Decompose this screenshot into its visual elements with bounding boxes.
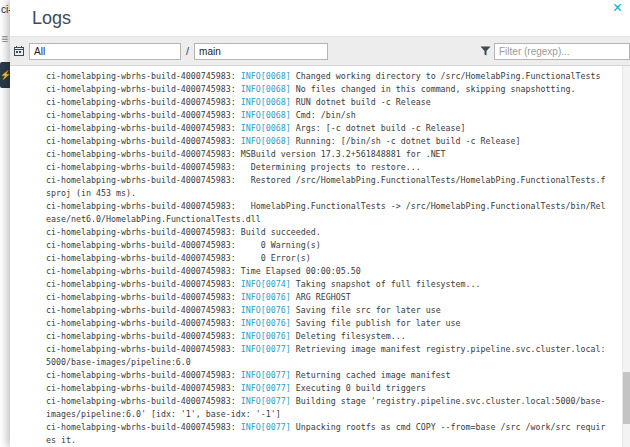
container-select[interactable]: [194, 43, 328, 60]
close-icon[interactable]: ×: [613, 0, 622, 16]
log-prefix: ci-homelabping-wbrhs-build-4000745983:: [46, 383, 241, 393]
log-message: MSBuild version 17.3.2+561848881 for .NE…: [241, 149, 446, 159]
log-level: INFO[0077]: [241, 422, 296, 432]
log-line: ci-homelabping-wbrhs-build-4000745983: I…: [46, 70, 610, 83]
page-title: Logs: [32, 8, 71, 29]
log-lines: ci-homelabping-wbrhs-build-4000745983: I…: [46, 70, 622, 447]
log-level: INFO[0068]: [241, 136, 296, 146]
log-message: No files changed in this command, skippi…: [296, 84, 576, 94]
log-prefix: ci-homelabping-wbrhs-build-4000745983:: [46, 240, 241, 250]
lightning-icon[interactable]: ⚡: [0, 62, 10, 88]
log-line: ci-homelabping-wbrhs-build-4000745983: I…: [46, 83, 610, 96]
filter-funnel-icon: [480, 46, 491, 56]
log-level: INFO[0068]: [241, 97, 296, 107]
log-message: ARG REGHOST: [296, 292, 351, 302]
log-message: 0 Warning(s): [241, 240, 321, 250]
log-line: ci-homelabping-wbrhs-build-4000745983: I…: [46, 317, 610, 330]
log-message: RUN dotnet build -c Release: [296, 97, 431, 107]
log-level: INFO[0076]: [241, 305, 296, 315]
logs-panel: Logs × / ci-homelabping-wbrhs-build-4000…: [10, 0, 630, 447]
log-level: INFO[0077]: [241, 370, 296, 380]
log-line: ci-homelabping-wbrhs-build-4000745983: I…: [46, 122, 610, 135]
log-prefix: ci-homelabping-wbrhs-build-4000745983:: [46, 253, 241, 263]
log-prefix: ci-homelabping-wbrhs-build-4000745983:: [46, 370, 241, 380]
log-level: INFO[0068]: [241, 71, 296, 81]
scrollbar-thumb[interactable]: [623, 372, 630, 424]
log-line: ci-homelabping-wbrhs-build-4000745983: I…: [46, 395, 610, 421]
log-prefix: ci-homelabping-wbrhs-build-4000745983:: [46, 305, 241, 315]
log-line: ci-homelabping-wbrhs-build-4000745983: I…: [46, 382, 610, 395]
log-prefix: ci-homelabping-wbrhs-build-4000745983:: [46, 110, 241, 120]
log-line: ci-homelabping-wbrhs-build-4000745983: I…: [46, 343, 610, 369]
log-line: ci-homelabping-wbrhs-build-4000745983: I…: [46, 135, 610, 148]
log-message: Determining projects to restore...: [241, 162, 421, 172]
log-line: ci-homelabping-wbrhs-build-4000745983: 0…: [46, 239, 610, 252]
log-line: ci-homelabping-wbrhs-build-4000745983: I…: [46, 96, 610, 109]
log-line: ci-homelabping-wbrhs-build-4000745983: I…: [46, 109, 610, 122]
log-level: INFO[0076]: [241, 318, 296, 328]
log-message: Saving file src for later use: [296, 305, 441, 315]
log-line: ci-homelabping-wbrhs-build-4000745983: I…: [46, 291, 610, 304]
calendar-icon: [14, 46, 24, 56]
log-prefix: ci-homelabping-wbrhs-build-4000745983:: [46, 97, 241, 107]
log-line: ci-homelabping-wbrhs-build-4000745983: R…: [46, 174, 610, 200]
log-message: Saving file publish for later use: [296, 318, 461, 328]
log-line: ci-homelabping-wbrhs-build-4000745983: M…: [46, 148, 610, 161]
log-prefix: ci-homelabping-wbrhs-build-4000745983:: [46, 123, 241, 133]
log-level: INFO[0068]: [241, 123, 296, 133]
log-prefix: ci-homelabping-wbrhs-build-4000745983:: [46, 396, 241, 406]
log-prefix: ci-homelabping-wbrhs-build-4000745983:: [46, 201, 241, 211]
log-level: INFO[0076]: [241, 331, 296, 341]
log-level: INFO[0068]: [241, 110, 296, 120]
log-level: INFO[0077]: [241, 383, 296, 393]
scrollbar-track[interactable]: [622, 66, 630, 447]
menu-icon[interactable]: ≡: [1, 32, 8, 46]
log-level: INFO[0068]: [241, 84, 296, 94]
log-message: Running: [/bin/sh -c dotnet build -c Rel…: [296, 136, 521, 146]
log-prefix: ci-homelabping-wbrhs-build-4000745983:: [46, 149, 241, 159]
log-prefix: ci-homelabping-wbrhs-build-4000745983:: [46, 292, 241, 302]
log-level: INFO[0077]: [241, 344, 296, 354]
log-message: Cmd: /bin/sh: [296, 110, 356, 120]
log-prefix: ci-homelabping-wbrhs-build-4000745983:: [46, 344, 241, 354]
log-message: Build succeeded.: [241, 227, 321, 237]
log-line: ci-homelabping-wbrhs-build-4000745983: T…: [46, 265, 610, 278]
log-prefix: ci-homelabping-wbrhs-build-4000745983:: [46, 331, 241, 341]
logs-toolbar: /: [10, 36, 630, 66]
log-message: Args: [-c dotnet build -c Release]: [296, 123, 466, 133]
logs-panel-header: Logs ×: [10, 0, 630, 36]
log-line: ci-homelabping-wbrhs-build-4000745983: B…: [46, 226, 610, 239]
log-message: Time Elapsed 00:00:05.50: [241, 266, 361, 276]
log-message: Executing 0 build triggers: [296, 383, 426, 393]
log-prefix: ci-homelabping-wbrhs-build-4000745983:: [46, 279, 241, 289]
log-line: ci-homelabping-wbrhs-build-4000745983: 0…: [46, 252, 610, 265]
log-level: INFO[0074]: [241, 279, 296, 289]
log-line: ci-homelabping-wbrhs-build-4000745983: I…: [46, 278, 610, 291]
pod-container-separator: /: [186, 45, 189, 57]
log-prefix: ci-homelabping-wbrhs-build-4000745983:: [46, 266, 241, 276]
log-message: Changed working directory to /src/Homela…: [296, 71, 601, 81]
log-message: Taking snapshot of full filesystem...: [296, 279, 481, 289]
pod-select[interactable]: [29, 43, 181, 60]
log-area[interactable]: ci-homelabping-wbrhs-build-4000745983: I…: [10, 66, 622, 447]
log-prefix: ci-homelabping-wbrhs-build-4000745983:: [46, 162, 241, 172]
filter-input[interactable]: [494, 43, 630, 60]
log-prefix: ci-homelabping-wbrhs-build-4000745983:: [46, 136, 241, 146]
log-prefix: ci-homelabping-wbrhs-build-4000745983:: [46, 84, 241, 94]
log-message: Returning cached image manifest: [296, 370, 451, 380]
log-prefix: ci-homelabping-wbrhs-build-4000745983:: [46, 71, 241, 81]
log-level: INFO[0076]: [241, 292, 296, 302]
log-message: Deleting filesystem...: [296, 331, 406, 341]
log-message: 0 Error(s): [241, 253, 311, 263]
log-prefix: ci-homelabping-wbrhs-build-4000745983:: [46, 318, 241, 328]
log-line: ci-homelabping-wbrhs-build-4000745983: D…: [46, 161, 610, 174]
background-page-title: ci-h: [1, 4, 10, 15]
log-line: ci-homelabping-wbrhs-build-4000745983: I…: [46, 330, 610, 343]
background-page-strip: ci-h ≡ ⚡: [0, 0, 10, 447]
log-line: ci-homelabping-wbrhs-build-4000745983: I…: [46, 421, 610, 447]
log-level: INFO[0077]: [241, 396, 296, 406]
filter-group: [480, 43, 630, 60]
log-prefix: ci-homelabping-wbrhs-build-4000745983:: [46, 175, 241, 185]
log-prefix: ci-homelabping-wbrhs-build-4000745983:: [46, 422, 241, 432]
log-line: ci-homelabping-wbrhs-build-4000745983: H…: [46, 200, 610, 226]
